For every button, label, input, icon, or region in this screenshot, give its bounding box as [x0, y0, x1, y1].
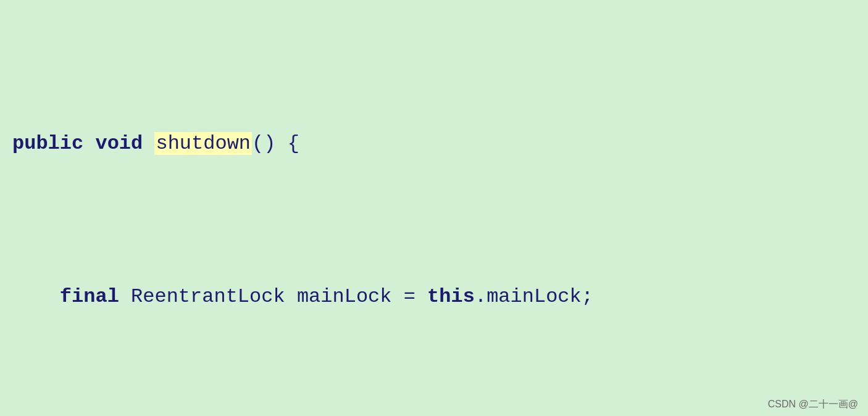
keyword-final: final — [60, 285, 119, 308]
line2-end: .mainLock; — [475, 285, 593, 308]
code-container: public void shutdown() { final Reentrant… — [0, 0, 868, 416]
paren-brace-1: () { — [252, 132, 299, 155]
line2-rest: ReentrantLock mainLock = — [119, 285, 427, 308]
keyword-public-void: public void — [12, 132, 154, 155]
method-name-shutdown: shutdown — [154, 132, 252, 155]
code-block: public void shutdown() { final Reentrant… — [12, 6, 856, 416]
code-line-1: public void shutdown() { — [12, 128, 856, 159]
code-line-2: final ReentrantLock mainLock = this.main… — [12, 281, 856, 312]
keyword-this: this — [427, 285, 475, 308]
watermark: CSDN @二十一画@ — [768, 398, 858, 411]
